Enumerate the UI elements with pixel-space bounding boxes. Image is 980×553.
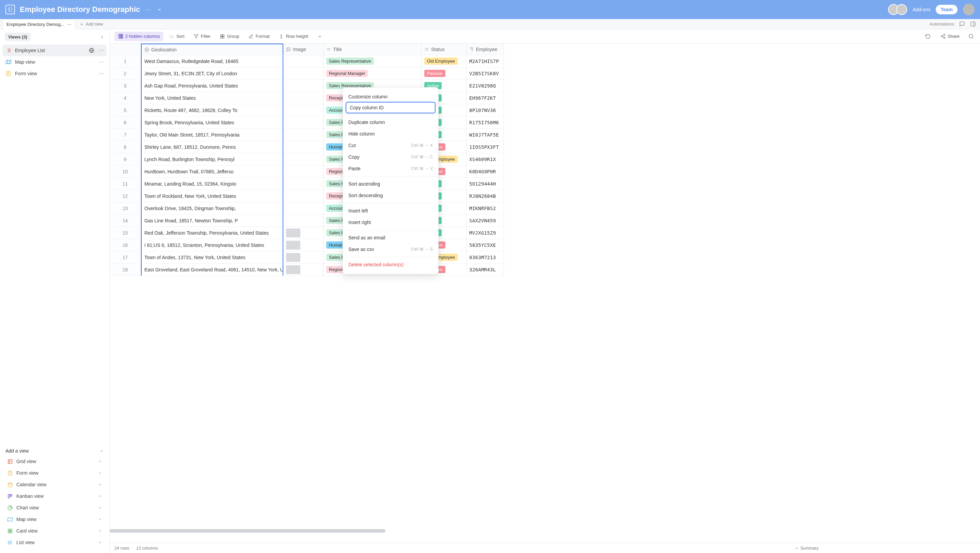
sort-button[interactable]: ↑↓ Sort bbox=[165, 32, 188, 41]
cell-image[interactable] bbox=[283, 141, 323, 153]
cell-geolocation[interactable]: New York, United States bbox=[141, 92, 283, 104]
row-number[interactable]: 4 bbox=[110, 92, 141, 104]
cell-image[interactable] bbox=[283, 251, 323, 264]
cell-geolocation[interactable]: Red Oak, Jefferson Township, Pennsylvani… bbox=[141, 227, 283, 239]
search-icon[interactable] bbox=[969, 34, 974, 39]
sidebar-item-map-view[interactable]: Map view ⋯ bbox=[3, 56, 107, 68]
tab-more-icon[interactable]: ⋯ bbox=[67, 22, 72, 27]
ctx-sort-asc[interactable]: Sort ascending bbox=[343, 178, 438, 190]
ctx-copy-column-id[interactable]: Copy column ID bbox=[346, 102, 435, 113]
add-view-toggle[interactable]: Add a view bbox=[5, 446, 105, 456]
cell-geolocation[interactable]: Ash Gap Road, Pennsylvania, United State… bbox=[141, 80, 283, 92]
cell-image[interactable] bbox=[283, 129, 323, 141]
cell-geolocation[interactable]: Gas Line Road, 18517, Newton Township, P bbox=[141, 215, 283, 227]
app-icon[interactable] bbox=[5, 5, 15, 14]
cell-geolocation[interactable]: Lynch Road, Burlington Township, Pennsyl bbox=[141, 153, 283, 165]
filter-button[interactable]: Filter bbox=[190, 32, 214, 41]
hidden-columns-button[interactable]: 2 hidden columns bbox=[115, 32, 164, 41]
cell-title[interactable]: Sales Representative bbox=[323, 55, 422, 67]
cell-employee-id[interactable]: K0D4G9P0R bbox=[466, 165, 504, 178]
row-number[interactable]: 3 bbox=[110, 80, 141, 92]
cell-employee-id[interactable]: MIKNRFBS2 bbox=[466, 202, 504, 215]
cell-employee-id[interactable]: WI0J7TAF5E bbox=[466, 129, 504, 141]
ctx-copy[interactable]: CopyCtrl/ ⌘ → C bbox=[343, 151, 438, 163]
cell-employee-id[interactable]: RJ8N2684B bbox=[466, 190, 504, 202]
cell-employee-id[interactable]: 5O129444H bbox=[466, 178, 504, 190]
column-header-title[interactable]: Title bbox=[323, 44, 422, 55]
row-number[interactable]: 15 bbox=[110, 227, 141, 239]
row-number[interactable]: 16 bbox=[110, 239, 141, 251]
row-number[interactable]: 5 bbox=[110, 104, 141, 116]
row-number[interactable]: 18 bbox=[110, 264, 141, 276]
cell-employee-id[interactable]: R175I756M6 bbox=[466, 116, 504, 129]
collapse-sidebar-icon[interactable] bbox=[100, 35, 105, 40]
add-view-list-view[interactable]: List view＋ bbox=[5, 537, 105, 548]
cell-image[interactable] bbox=[283, 80, 323, 92]
cell-image[interactable] bbox=[283, 165, 323, 178]
cell-geolocation[interactable]: East Groveland, East Groveland Road, 406… bbox=[141, 264, 283, 276]
cell-geolocation[interactable]: Town of Rockland, New York, United State… bbox=[141, 190, 283, 202]
add-view-form-view[interactable]: Form view＋ bbox=[5, 467, 105, 479]
ctx-delete-columns[interactable]: Delete selected column(s) bbox=[343, 259, 438, 270]
cell-employee-id[interactable]: E21V8298Q bbox=[466, 80, 504, 92]
title-chevron-icon[interactable] bbox=[157, 7, 162, 12]
ctx-paste[interactable]: PasteCtrl/ ⌘ → V bbox=[343, 163, 438, 174]
cell-image[interactable] bbox=[283, 92, 323, 104]
cell-image[interactable] bbox=[283, 116, 323, 129]
cell-status[interactable]: Old Employee bbox=[422, 55, 466, 67]
cell-geolocation[interactable]: Spring Brook, Pennsylvania, United State… bbox=[141, 116, 283, 129]
row-height-button[interactable]: Row height bbox=[275, 32, 312, 41]
add-view-grid-view[interactable]: Grid view＋ bbox=[5, 456, 105, 467]
cell-employee-id[interactable]: XS4609R1X bbox=[466, 153, 504, 165]
row-number[interactable]: 1 bbox=[110, 55, 141, 67]
user-avatar[interactable] bbox=[963, 4, 975, 15]
cell-image[interactable] bbox=[283, 67, 323, 80]
item-more-icon[interactable]: ⋯ bbox=[99, 71, 104, 76]
row-number[interactable]: 9 bbox=[110, 153, 141, 165]
cell-image[interactable] bbox=[283, 239, 323, 251]
cell-employee-id[interactable]: MVJXG15Z9 bbox=[466, 227, 504, 239]
sidebar-item-employee-list[interactable]: Employee List ⋯ bbox=[3, 44, 107, 56]
cell-geolocation[interactable]: Jewry Street, 31, EC3N 2ET, City of Lond… bbox=[141, 67, 283, 80]
ctx-insert-left[interactable]: Insert left bbox=[343, 205, 438, 216]
cell-geolocation[interactable]: Town of Andes, 13731, New York, United S… bbox=[141, 251, 283, 264]
cell-image[interactable] bbox=[283, 153, 323, 165]
cell-employee-id[interactable]: 326AMR43L bbox=[466, 264, 504, 276]
cell-geolocation[interactable]: Miramar, Landing Road, 15, 02364, Kingst… bbox=[141, 178, 283, 190]
undo-icon[interactable] bbox=[925, 34, 931, 39]
column-header-geolocation[interactable]: Geolocation bbox=[141, 44, 283, 55]
cell-geolocation[interactable]: Hurdtown, Hurdtown Trail, 07885, Jeffers… bbox=[141, 165, 283, 178]
cell-status[interactable]: Passive bbox=[422, 67, 466, 80]
cell-geolocation[interactable]: Taylor, Old Main Street, 18517, Pennsylv… bbox=[141, 129, 283, 141]
add-view-kanban-view[interactable]: Kanban view＋ bbox=[5, 490, 105, 502]
ctx-customize-column[interactable]: Customize column bbox=[343, 91, 438, 102]
data-grid[interactable]: Geolocation Image Title bbox=[110, 44, 980, 276]
column-header-employee[interactable]: Employee bbox=[466, 44, 504, 55]
format-button[interactable]: Format bbox=[245, 32, 273, 41]
row-number[interactable]: 13 bbox=[110, 202, 141, 215]
team-badge[interactable]: Team bbox=[936, 5, 958, 14]
ctx-insert-right[interactable]: Insert right bbox=[343, 216, 438, 228]
cell-geolocation[interactable]: I 81;US 6, 18512, Scranton, Pennsylvania… bbox=[141, 239, 283, 251]
row-number[interactable]: 6 bbox=[110, 116, 141, 129]
row-number[interactable]: 11 bbox=[110, 178, 141, 190]
cell-image[interactable] bbox=[283, 55, 323, 67]
cell-geolocation[interactable]: Shirley Lane, 687, 18512, Dunmore, Penns bbox=[141, 141, 283, 153]
row-number[interactable]: 8 bbox=[110, 141, 141, 153]
row-number[interactable]: 14 bbox=[110, 215, 141, 227]
panel-icon[interactable] bbox=[970, 21, 976, 27]
add-view-map-view[interactable]: Map view＋ bbox=[5, 513, 105, 525]
cell-employee-id[interactable]: SAX2VN459 bbox=[466, 215, 504, 227]
collaborator-avatars[interactable] bbox=[891, 4, 907, 15]
row-number[interactable]: 12 bbox=[110, 190, 141, 202]
ctx-save-csv[interactable]: Save as csvCtrl/ ⌘ → S bbox=[343, 243, 438, 255]
cell-employee-id[interactable]: V2B5I7SK8V bbox=[466, 67, 504, 80]
add-view-card-view[interactable]: Card view＋ bbox=[5, 525, 105, 537]
footer-summary[interactable]: Summary bbox=[795, 546, 819, 551]
row-number[interactable]: 2 bbox=[110, 67, 141, 80]
add-column-button[interactable]: ＋ bbox=[313, 32, 326, 41]
cell-employee-id[interactable]: 1IOS5PX3FT bbox=[466, 141, 504, 153]
cell-image[interactable] bbox=[283, 104, 323, 116]
ctx-send-email[interactable]: Send as an email bbox=[343, 232, 438, 243]
cell-image[interactable] bbox=[283, 202, 323, 215]
